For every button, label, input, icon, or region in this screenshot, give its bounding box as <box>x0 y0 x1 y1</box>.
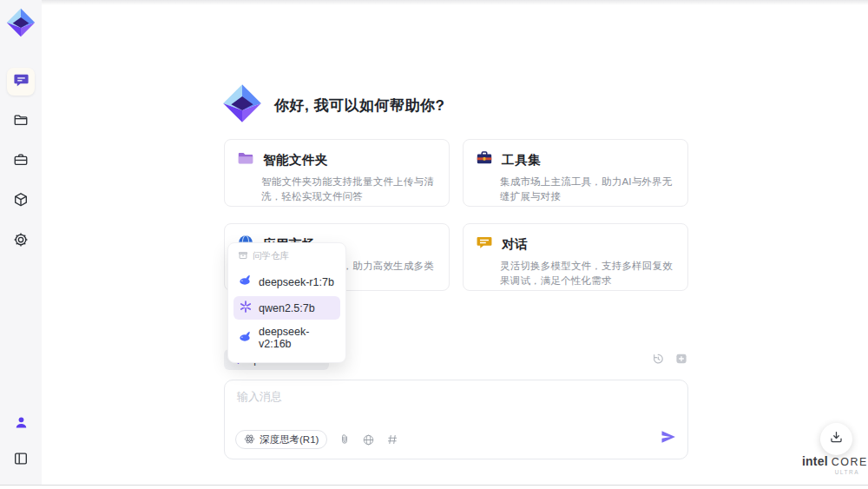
model-option-deepseek-v2[interactable]: deepseek-v2:16b <box>233 322 340 354</box>
greeting: 你好, 我可以如何帮助你? <box>222 83 444 127</box>
briefcase-color-icon <box>476 149 493 170</box>
card-toolset[interactable]: 工具集 集成市场上主流工具，助力AI与外界无缝扩展与对接 <box>463 139 688 207</box>
repo-box-icon <box>238 250 248 262</box>
gem-logo-icon <box>222 83 262 127</box>
intel-logo-text: intel <box>802 454 828 468</box>
sidebar-item-account[interactable] <box>7 410 35 438</box>
download-icon <box>829 430 844 448</box>
sidebar-bottom <box>7 410 35 474</box>
intel-core-badge: intel CORE ULTRA <box>802 454 863 475</box>
deep-think-toggle[interactable]: 深度思考(R1) <box>235 430 327 449</box>
sidebar-item-models[interactable] <box>7 188 35 215</box>
window-bottom-border <box>0 485 868 486</box>
cube-icon <box>13 192 29 211</box>
model-option-label: deepseek-v2:16b <box>259 326 335 350</box>
window-top-shadow <box>42 0 868 5</box>
app-window: 你好, 我可以如何帮助你? 智能文件夹 智能文件夹功能支持批量文件上传与清洗，轻… <box>0 0 868 489</box>
gear-icon <box>13 232 29 251</box>
send-button[interactable] <box>658 428 679 449</box>
core-logo-text: CORE <box>832 456 868 468</box>
model-option-deepseek-r1[interactable]: deepseek-r1:7b <box>233 270 340 294</box>
composer-placeholder: 输入消息 <box>237 389 282 405</box>
folder-purple-icon <box>237 149 254 170</box>
sidebar-item-folders[interactable] <box>7 108 35 135</box>
card-title: 对话 <box>502 236 528 253</box>
model-dropdown: 问学仓库 deepseek-r1:7b <box>227 242 346 363</box>
history-icon[interactable] <box>651 352 665 366</box>
sidebar-item-chat[interactable] <box>7 68 35 96</box>
sidebar-item-toolbox[interactable] <box>7 148 35 175</box>
model-option-label: deepseek-r1:7b <box>259 276 334 288</box>
card-title: 智能文件夹 <box>263 152 328 169</box>
panels-icon <box>13 451 29 470</box>
deepseek-whale-icon <box>239 274 253 290</box>
prompt-hash-icon[interactable] <box>386 433 398 446</box>
intel-sub-text: ULTRA <box>802 469 863 475</box>
card-smart-folder[interactable]: 智能文件夹 智能文件夹功能支持批量文件上传与清洗，轻松实现文件问答 <box>224 139 450 207</box>
card-desc: 集成市场上主流工具，助力AI与外界无缝扩展与对接 <box>500 175 675 205</box>
qwen-logo-icon <box>239 300 253 316</box>
sidebar-item-collapse[interactable] <box>7 446 35 474</box>
card-desc: 灵活切换多模型文件，支持多样回复效果调试，满足个性化需求 <box>500 259 675 289</box>
download-fab[interactable] <box>820 423 852 455</box>
app-logo <box>5 9 36 40</box>
main-panel: 你好, 我可以如何帮助你? 智能文件夹 智能文件夹功能支持批量文件上传与清洗，轻… <box>42 0 868 485</box>
card-dialog[interactable]: 对话 灵活切换多模型文件，支持多样回复效果调试，满足个性化需求 <box>463 223 688 291</box>
model-repo-label: 问学仓库 <box>253 250 289 262</box>
new-chat-icon[interactable] <box>674 352 688 366</box>
chat-actions <box>651 352 688 366</box>
chat-bubble-icon <box>13 72 30 92</box>
model-option-label: qwen2.5:7b <box>259 302 315 314</box>
briefcase-icon <box>13 152 29 171</box>
model-option-qwen[interactable]: qwen2.5:7b <box>233 296 340 320</box>
greeting-title: 你好, 我可以如何帮助你? <box>274 96 444 116</box>
user-icon <box>14 415 29 433</box>
card-title: 工具集 <box>502 152 541 169</box>
sidebar <box>0 0 42 485</box>
card-desc: 智能文件夹功能支持批量文件上传与清洗，轻松实现文件问答 <box>261 175 437 205</box>
chat-yellow-icon <box>476 234 493 254</box>
web-search-icon[interactable] <box>362 433 375 446</box>
sidebar-item-settings[interactable] <box>7 228 35 255</box>
message-composer[interactable]: 输入消息 深度思考(R1) <box>224 380 688 459</box>
composer-toolbar: 深度思考(R1) <box>235 430 398 449</box>
attachment-icon[interactable] <box>339 433 351 446</box>
deepseek-whale-icon <box>239 330 253 347</box>
model-dropdown-header: 问学仓库 <box>233 250 340 268</box>
gem-logo-icon <box>6 8 36 41</box>
paper-plane-icon <box>660 428 677 449</box>
sidebar-nav <box>7 68 35 255</box>
deep-think-label: 深度思考(R1) <box>260 433 319 446</box>
folder-icon <box>13 112 29 131</box>
atom-icon <box>244 433 255 446</box>
